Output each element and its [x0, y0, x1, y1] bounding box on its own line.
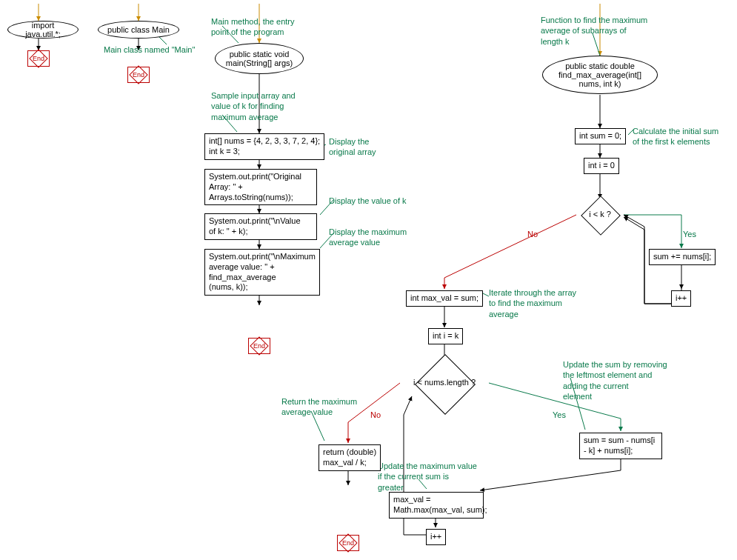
rect-print-max: System.out.print("\nMaximum average valu… [204, 249, 320, 296]
func-text: public static double find_max_average(in… [558, 61, 641, 88]
ellipse-main: public static void main(String[] args) [215, 43, 304, 74]
comment-func: Function to find the maximum average of … [541, 15, 647, 47]
comment-upd-max: Update the maximum value if the current … [378, 461, 477, 493]
cond2-yes: Yes [553, 410, 566, 419]
i-init-0-text: int i = 0 [588, 161, 615, 170]
rect-sum-add: sum += nums[i]; [649, 249, 716, 265]
rect-nums-decl: int[] nums = {4, 2, 3, 3, 7, 2, 4}; int … [204, 133, 324, 160]
end-func: End [337, 535, 359, 551]
i-init-k-text: int i = k [433, 331, 458, 340]
comment-class: Main class named "Main" [104, 44, 195, 55]
print-k-text: System.out.print("\nValue of k: " + k); [209, 216, 301, 236]
rect-ipp1: i++ [671, 290, 691, 307]
end-class: End [127, 67, 150, 83]
ellipse-import: import java.util.*; [7, 21, 79, 39]
sum-add-text: sum += nums[i]; [653, 252, 711, 261]
rect-sum-slide: sum = sum - nums[i - k] + nums[i]; [579, 433, 662, 459]
ipp1-text: i++ [676, 293, 687, 302]
rect-ipp2: i++ [426, 529, 446, 545]
comment-calc-init: Calculate the initial sum of the first k… [633, 126, 718, 147]
rect-print-orig: System.out.print("Original Array: " + Ar… [204, 169, 317, 205]
comment-disp-k: Display the value of k [329, 196, 407, 206]
ipp2-text: i++ [430, 532, 441, 541]
rect-print-k: System.out.print("\nValue of k: " + k); [204, 213, 317, 240]
rect-i-init-0: int i = 0 [584, 158, 619, 174]
comment-disp-max: Display the maximum average value [329, 227, 407, 248]
comment-main: Main method, the entry point of the prog… [211, 16, 295, 38]
comment-ret: Return the maximum average value [281, 396, 357, 418]
cond1-no: No [527, 230, 538, 239]
cond2-no: No [370, 410, 381, 419]
sum-slide-text: sum = sum - nums[i - k] + nums[i]; [584, 436, 655, 455]
comment-sample: Sample input array and value of k for fi… [211, 90, 296, 122]
print-max-text: System.out.print("\nMaximum average valu… [209, 252, 316, 291]
comment-disp-orig: Display the original array [329, 136, 376, 158]
rect-maxval-init: int max_val = sum; [406, 290, 483, 307]
ellipse-func: public static double find_max_average(in… [542, 56, 658, 94]
maxval-upd-text: max_val = Math.max(max_val, sum); [393, 495, 487, 514]
end-import: End [27, 50, 50, 67]
ret-text: return (double) max_val / k; [323, 447, 376, 467]
ellipse-class: public class Main [98, 21, 179, 39]
comment-upd-sum: Update the sum by removing the leftmost … [563, 359, 667, 401]
cond1-yes: Yes [683, 230, 696, 239]
rect-maxval-upd: max_val = Math.max(max_val, sum); [389, 492, 484, 519]
print-orig-text: System.out.print("Original Array: " + Ar… [209, 172, 301, 201]
maxval-init-text: int max_val = sum; [410, 293, 478, 302]
comment-iterate: Iterate through the array to find the ma… [489, 287, 576, 319]
sum-init-text: int sum = 0; [579, 131, 621, 140]
rect-ret: return (double) max_val / k; [319, 444, 381, 471]
nums-decl-text: int[] nums = {4, 2, 3, 3, 7, 2, 4}; int … [209, 136, 320, 156]
main-text: public static void main(String[] args) [226, 50, 293, 67]
rect-i-init-k: int i = k [428, 328, 463, 344]
end-main: End [248, 338, 270, 354]
diamond-cond2 [415, 354, 476, 415]
class-text: public class Main [107, 25, 170, 34]
diamond-cond1 [581, 196, 621, 236]
rect-sum-init: int sum = 0; [575, 128, 626, 144]
import-text: import java.util.*; [14, 21, 72, 39]
